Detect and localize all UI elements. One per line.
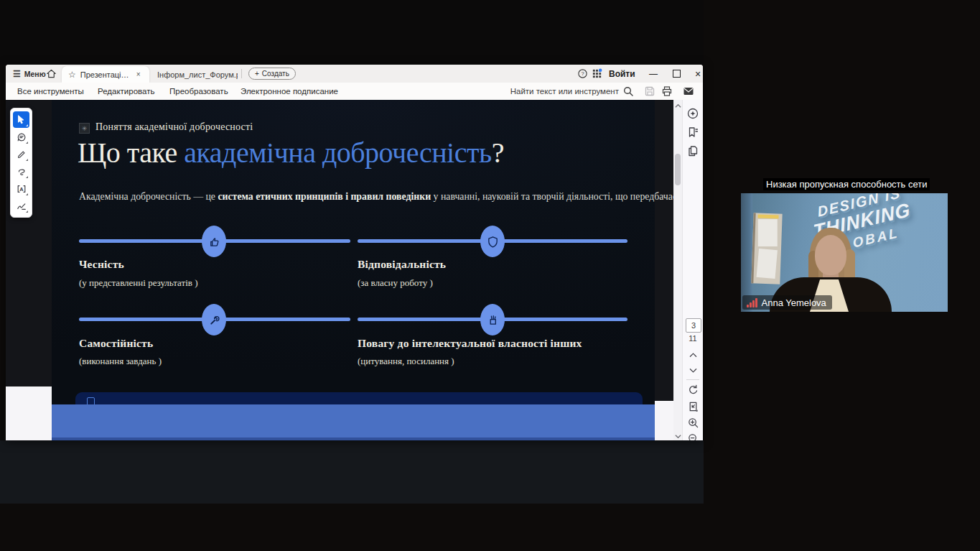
ai-assistant-icon <box>686 107 699 120</box>
slide-bullet-icon: ✳ <box>79 123 90 134</box>
chevron-up-icon <box>689 352 697 358</box>
title-bar: ☰ Меню ☆ Презентація Power... × Інформ_л… <box>6 65 703 83</box>
pencil-icon <box>17 149 27 159</box>
intro-pre: Академічна доброчесність — це <box>79 191 218 202</box>
handshake-icon <box>208 236 220 248</box>
login-button[interactable]: Войти <box>609 65 635 83</box>
item-subtitle: (у представленні результатів ) <box>79 277 198 289</box>
scroll-down-button[interactable] <box>673 432 682 440</box>
next-page-button[interactable] <box>683 363 703 379</box>
page-thumbnails-button[interactable] <box>683 143 703 159</box>
document-view: ✳ Поняття академічної доброчесності Що т… <box>6 100 703 440</box>
zoom-out-button[interactable] <box>683 430 703 440</box>
next-slide-band <box>52 404 655 439</box>
quick-tools-panel: A <box>10 108 32 218</box>
item-title: Повагу до інтелектуальної власності інши… <box>358 337 582 350</box>
ai-assistant-button[interactable] <box>683 106 703 121</box>
esign-menu[interactable]: Электронное подписание <box>241 83 338 100</box>
intro-bold: система етичних принципів і правил повед… <box>218 191 431 202</box>
pdf-page[interactable]: ✳ Поняття академічної доброчесності Що т… <box>52 100 655 440</box>
tab-close-icon[interactable]: × <box>136 70 141 78</box>
participant-face <box>815 235 846 275</box>
bookmarks-button[interactable] <box>683 124 703 140</box>
item-subtitle: (за власну роботу ) <box>358 277 433 289</box>
tab-separator <box>241 69 242 78</box>
chevron-down-icon <box>689 368 697 374</box>
find-tool-button[interactable]: Найти текст или инструмент <box>510 83 619 100</box>
rail-divider <box>686 379 699 380</box>
slide-kicker: Поняття академічної доброчесності <box>95 121 253 133</box>
tab-label: Презентація Power... <box>80 70 132 79</box>
comment-tool[interactable] <box>13 129 29 145</box>
flipchart-sheet <box>758 219 778 246</box>
dropdown-corner <box>26 124 28 126</box>
restore-button[interactable] <box>666 65 686 83</box>
item-title: Чесність <box>79 258 124 271</box>
menu-label: Меню <box>24 70 46 78</box>
shield-icon <box>487 236 499 248</box>
create-button[interactable]: + Создать <box>248 68 296 80</box>
item-subtitle: (цитування, посилання ) <box>358 356 454 367</box>
scrollbar-thumb[interactable] <box>675 154 681 185</box>
flipchart-board <box>751 213 782 284</box>
save-icon[interactable] <box>644 85 655 97</box>
search-icon[interactable] <box>622 85 634 97</box>
select-tool[interactable] <box>13 111 29 128</box>
page-number-input[interactable]: 3 <box>686 318 701 333</box>
slide-intro: Академічна доброчесність — це система ет… <box>79 189 642 205</box>
minimize-button[interactable]: — <box>643 65 663 83</box>
lasso-icon <box>17 167 27 177</box>
rotate-icon <box>687 384 699 396</box>
pages-icon <box>686 144 699 157</box>
window-close-button[interactable]: × <box>688 65 708 83</box>
tab-inform-letter[interactable]: Інформ_лист_Форум.pdf <box>151 66 248 83</box>
plus-icon: + <box>255 70 259 78</box>
participant-name: Anna Yemelova <box>762 297 826 308</box>
help-button[interactable]: ? <box>577 65 588 83</box>
home-button[interactable] <box>46 65 57 83</box>
print-icon[interactable] <box>661 85 673 97</box>
title-part-end: ? <box>492 136 504 169</box>
text-box-tool[interactable]: A <box>13 180 29 197</box>
svg-text:?: ? <box>581 70 584 77</box>
previous-page-button[interactable] <box>683 347 703 363</box>
chevron-up-icon <box>675 103 681 108</box>
create-label: Создать <box>262 70 289 78</box>
window-close-icon: × <box>695 68 701 80</box>
handshake-badge <box>202 226 226 257</box>
page-fit-button[interactable] <box>683 399 703 415</box>
draw-tool[interactable] <box>13 146 29 162</box>
sign-tool[interactable] <box>13 198 29 214</box>
cursor-icon <box>17 115 26 124</box>
participant-video-tile[interactable]: DESIGN IS THINKING GLOBAL Anna Yemelova <box>741 193 948 312</box>
wrench-icon <box>208 314 220 326</box>
bookmark-icon <box>686 126 699 139</box>
shared-screen-top-strip <box>0 0 704 65</box>
apps-grid-button[interactable] <box>592 65 602 83</box>
svg-text:A: A <box>19 185 24 192</box>
zoom-in-icon <box>687 417 699 429</box>
login-label: Войти <box>609 69 635 79</box>
mail-icon[interactable] <box>683 85 694 97</box>
signal-strength-icon <box>747 298 757 307</box>
zoom-out-icon <box>687 432 699 441</box>
title-part-blue: академічна доброчесність <box>184 136 491 169</box>
vertical-scrollbar[interactable] <box>673 100 682 440</box>
intro-post: у навчанні, науковій та творчій діяльнос… <box>431 191 680 202</box>
item-title: Самостійність <box>79 337 153 350</box>
convert-menu[interactable]: Преобразовать <box>169 83 228 100</box>
network-warning-banner: Низкая пропускная способность сети <box>763 178 930 190</box>
all-tools-menu[interactable]: Все инструменты <box>17 83 84 100</box>
tab-presentation[interactable]: ☆ Презентація Power... × <box>62 66 149 83</box>
lasso-tool[interactable] <box>13 163 29 180</box>
viewer-margin-left <box>6 386 52 440</box>
total-pages: 11 <box>683 334 703 343</box>
page-fit-icon <box>687 401 699 413</box>
menu-button[interactable]: ☰ Меню <box>13 65 46 83</box>
edit-menu[interactable]: Редактировать <box>98 83 154 100</box>
zoom-in-button[interactable] <box>683 415 703 430</box>
rotate-page-button[interactable] <box>683 381 703 397</box>
scroll-up-button[interactable] <box>673 101 682 110</box>
text-box-icon: A <box>17 184 27 194</box>
toolbar: Все инструменты Редактировать Преобразов… <box>6 83 703 101</box>
